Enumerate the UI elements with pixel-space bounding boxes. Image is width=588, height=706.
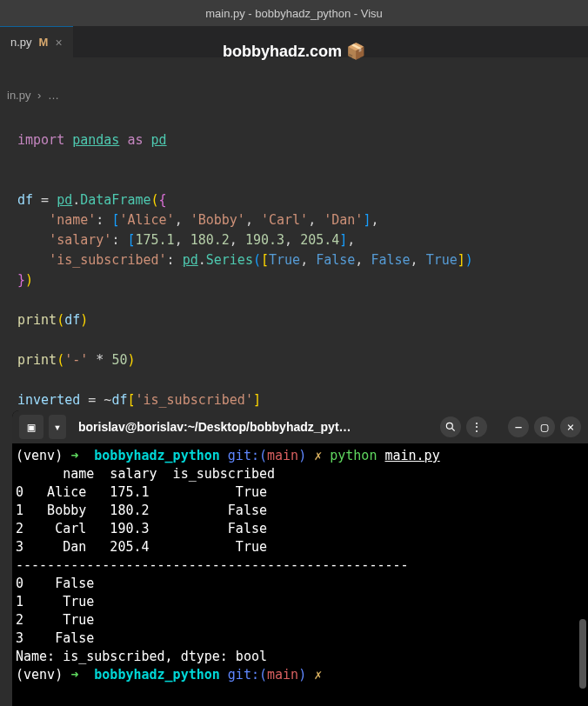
terminal-title: borislav@borislav:~/Desktop/bobbyhadz_py… bbox=[71, 420, 435, 434]
window-title: main.py - bobbyhadz_python - Visu bbox=[205, 7, 383, 20]
breadcrumb[interactable]: in.py › … bbox=[0, 83, 588, 107]
terminal-new-tab-button[interactable]: ▣ bbox=[19, 415, 43, 439]
window-title-bar: main.py - bobbyhadz_python - Visu bbox=[0, 0, 588, 26]
maximize-icon[interactable]: ▢ bbox=[534, 416, 555, 437]
terminal-header: ▣ ▾ borislav@borislav:~/Desktop/bobbyhad… bbox=[12, 410, 588, 443]
search-icon[interactable] bbox=[440, 416, 461, 437]
code-editor[interactable]: import pandas as pd df = pd.DataFrame({ … bbox=[0, 107, 588, 454]
terminal-dropdown-button[interactable]: ▾ bbox=[49, 415, 66, 439]
terminal-body[interactable]: (venv) ➜ bobbyhadz_python git:(main) ✗ p… bbox=[12, 443, 588, 688]
close-window-icon[interactable]: × bbox=[560, 416, 581, 437]
svg-line-1 bbox=[452, 429, 455, 431]
page-header: bobbyhadz.com 📦 bbox=[0, 37, 588, 66]
svg-point-0 bbox=[446, 423, 452, 429]
minimize-icon[interactable]: − bbox=[508, 416, 529, 437]
menu-icon[interactable]: ⋮ bbox=[466, 416, 487, 437]
scrollbar[interactable] bbox=[579, 619, 586, 689]
terminal-window: ▣ ▾ borislav@borislav:~/Desktop/bobbyhad… bbox=[12, 410, 588, 706]
